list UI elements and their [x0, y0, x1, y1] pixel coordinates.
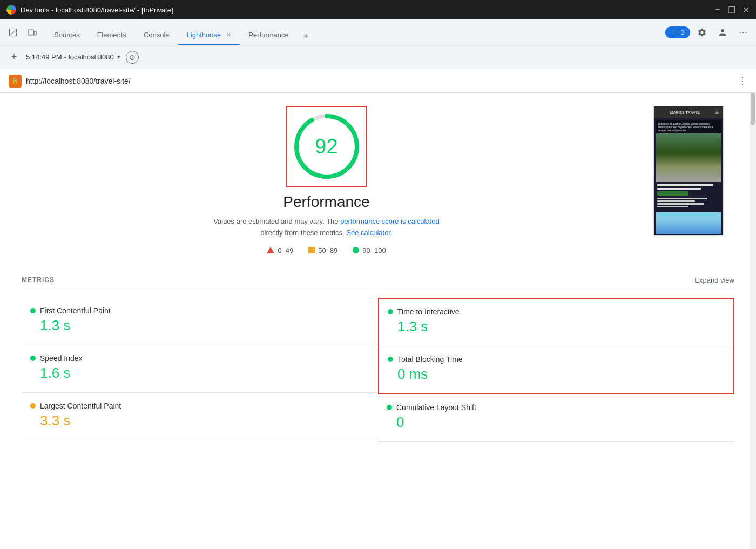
tab-console[interactable]: Console: [135, 25, 178, 45]
cta-button: [657, 191, 688, 196]
score-highlight-box: 92: [286, 106, 367, 187]
tab-sources[interactable]: Sources: [45, 25, 89, 45]
pass-range: 90–100: [362, 246, 386, 255]
window-controls: − ❐ ✕: [714, 6, 750, 14]
devtools-toolbar: Sources Elements Console Lighthouse ✕ Pe…: [0, 19, 756, 45]
tti-value: 1.3 s: [388, 318, 725, 335]
si-value: 1.6 s: [30, 365, 369, 381]
average-icon: [308, 247, 315, 253]
url-text: http://localhost:8080/travel-site/: [26, 77, 733, 85]
minimize-button[interactable]: −: [714, 6, 721, 14]
performance-header: 92 Performance Values are estimated and …: [22, 106, 734, 255]
small-text: [657, 203, 704, 205]
performance-title: Performance: [283, 193, 369, 211]
cls-value: 0: [387, 414, 726, 431]
metric-si: Speed Index 1.6 s: [22, 345, 378, 393]
title-bar: DevTools - localhost:8080/travel-site/ -…: [0, 0, 756, 19]
text-line: [657, 184, 713, 186]
performance-description: Values are estimated and may vary. The p…: [213, 216, 440, 239]
cls-label: Cumulative Layout Shift: [396, 403, 476, 412]
tab-list: Sources Elements Console Lighthouse ✕ Pe…: [45, 19, 315, 45]
cls-status-dot: [387, 405, 392, 410]
scrollbar-thumb[interactable]: [751, 93, 755, 125]
screenshot-body: Discover beautiful Corsica, where stunni…: [654, 118, 723, 236]
tti-label: Time to Interactive: [397, 307, 460, 316]
screenshot-text-block: [656, 182, 721, 210]
screenshot-hero: [656, 133, 721, 182]
fail-range: 0–49: [278, 246, 293, 255]
metric-cls: Cumulative Layout Shift 0: [378, 394, 734, 442]
address-menu-button[interactable]: ⋮: [738, 75, 747, 87]
lcp-label: Largest Contentful Paint: [40, 401, 121, 410]
metrics-column-right: Time to Interactive 1.3 s Total Blocking…: [378, 298, 734, 442]
time-info: 5:14:49 PM - localhost:8080 ▼: [26, 53, 122, 61]
metric-lcp: Largest Contentful Paint 3.3 s: [22, 393, 378, 440]
metric-tti: Time to Interactive 1.3 s: [379, 299, 733, 346]
expand-view-button[interactable]: Expand view: [694, 276, 734, 284]
new-tab-button[interactable]: +: [6, 50, 22, 65]
performance-left: 92 Performance Values are estimated and …: [22, 106, 631, 255]
tab-elements[interactable]: Elements: [89, 25, 135, 45]
dropdown-arrow[interactable]: ▼: [116, 54, 122, 60]
tti-status-dot: [388, 309, 393, 314]
window-title: DevTools - localhost:8080/travel-site/ -…: [21, 6, 714, 14]
screenshot-preview: MARIES TRAVEL ≡ Discover beautiful Corsi…: [653, 106, 724, 236]
page-icon: 🔒: [9, 75, 22, 88]
screenshot-header: MARIES TRAVEL ≡: [654, 106, 723, 118]
legend-average: 50–89: [308, 246, 338, 255]
si-label: Speed Index: [40, 354, 83, 363]
restore-button[interactable]: ❐: [728, 6, 735, 14]
average-range: 50–89: [318, 246, 338, 255]
small-text: [657, 198, 707, 199]
app-icon: [6, 5, 16, 15]
screenshot-bottom-image: [656, 212, 721, 234]
fcp-label: First Contentful Paint: [40, 306, 111, 315]
screenshot-frame: MARIES TRAVEL ≡ Discover beautiful Corsi…: [653, 106, 724, 236]
screenshot-site-title: MARIES TRAVEL: [658, 111, 712, 115]
fail-icon: [267, 247, 274, 253]
metrics-section: METRICS Expand view First Contentful Pai…: [22, 276, 734, 442]
si-status-dot: [30, 356, 36, 361]
toolbar-right: 🔵 3 ⋯: [665, 24, 752, 41]
tbt-label: Total Blocking Time: [397, 355, 463, 364]
add-tab-button[interactable]: +: [298, 28, 315, 45]
tab-close-lighthouse[interactable]: ✕: [226, 31, 231, 38]
scrollbar[interactable]: [750, 93, 756, 549]
timestamp: 5:14:49 PM: [26, 53, 62, 61]
clear-button[interactable]: ⊘: [126, 51, 139, 64]
metrics-column-left: First Contentful Paint 1.3 s Speed Index…: [22, 298, 378, 442]
tbt-status-dot: [388, 357, 393, 362]
small-text: [657, 206, 688, 207]
metric-fcp: First Contentful Paint 1.3 s: [22, 298, 378, 345]
notifications-badge[interactable]: 🔵 3: [665, 26, 690, 38]
main-content: 92 Performance Values are estimated and …: [0, 93, 756, 549]
settings-button[interactable]: [693, 24, 711, 41]
lcp-value: 3.3 s: [30, 412, 369, 429]
tab-lighthouse[interactable]: Lighthouse ✕: [178, 25, 240, 45]
tbt-value: 0 ms: [388, 366, 725, 383]
user-button[interactable]: [714, 24, 731, 41]
svg-point-2: [31, 34, 31, 35]
tab-performance[interactable]: Performance: [240, 25, 297, 45]
performance-score: 92: [315, 135, 338, 158]
inspect-element-button[interactable]: [4, 24, 22, 41]
host: localhost:8080: [69, 53, 114, 61]
device-toggle-button[interactable]: [24, 24, 41, 41]
close-button[interactable]: ✕: [742, 6, 750, 14]
text-line: [657, 188, 701, 190]
address-bar: 🔒 http://localhost:8080/travel-site/ ⋮: [0, 69, 756, 93]
perf-score-link[interactable]: performance score is calculated: [340, 217, 440, 225]
score-circle: 92: [292, 111, 362, 182]
screenshot-menu: ≡: [715, 109, 719, 116]
screenshot-overlay: Discover beautiful Corsica, where stunni…: [656, 120, 721, 133]
metric-tbt: Total Blocking Time 0 ms: [379, 346, 733, 393]
calculator-link[interactable]: See calculator.: [346, 229, 392, 237]
more-button[interactable]: ⋯: [734, 24, 752, 41]
toolbar-icons: [4, 24, 41, 41]
small-text: [657, 200, 695, 202]
fcp-status-dot: [30, 308, 36, 313]
badge-count: 3: [681, 29, 685, 36]
legend-pass: 90–100: [353, 246, 386, 255]
badge-icon: 🔵: [671, 29, 679, 36]
legend: 0–49 50–89 90–100: [267, 246, 386, 255]
